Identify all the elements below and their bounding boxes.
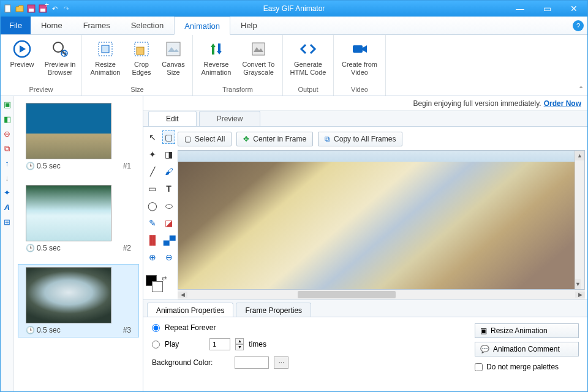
- insert-frame-icon[interactable]: ◧: [2, 115, 12, 124]
- convert-grayscale-button[interactable]: Convert To Grayscale: [238, 37, 279, 77]
- marquee-tool[interactable]: ▢: [162, 130, 175, 144]
- tab-frames[interactable]: Frames: [73, 17, 121, 34]
- file-menu[interactable]: File: [1, 17, 31, 34]
- help-icon[interactable]: ?: [573, 20, 584, 31]
- delete-frame-icon[interactable]: ⊖: [2, 129, 12, 139]
- new-file-icon[interactable]: [3, 4, 13, 13]
- resize-animation-prop-button[interactable]: ▣Resize Animation: [475, 323, 579, 338]
- resize-icon: ▣: [480, 326, 487, 335]
- color-swatch[interactable]: ⇄: [146, 275, 167, 296]
- properties-panel: Animation Properties Frame Properties Re…: [143, 300, 587, 391]
- redo-icon[interactable]: ↷: [61, 4, 71, 13]
- save-as-icon[interactable]: +: [38, 4, 48, 13]
- tab-animation[interactable]: Animation: [174, 17, 230, 35]
- select-all-button[interactable]: ▢Select All: [178, 132, 232, 146]
- minimize-button[interactable]: —: [507, 1, 533, 17]
- copy-icon: ⧉: [325, 135, 330, 143]
- close-button[interactable]: ✕: [560, 1, 587, 17]
- app-title: Easy GIF Animator: [1, 4, 587, 13]
- tab-selection[interactable]: Selection: [121, 17, 174, 34]
- tab-frame-props[interactable]: Frame Properties: [236, 303, 311, 317]
- copy-all-button[interactable]: ⧉Copy to All Frames: [318, 132, 402, 146]
- title-bar: + ↶ ↷ Easy GIF Animator — ▭ ✕: [1, 1, 587, 17]
- crop-edges-button[interactable]: Crop Edges: [127, 37, 156, 77]
- frame-thumb-3[interactable]: 🕒0.5 sec#3: [18, 264, 139, 337]
- flip-h-tool[interactable]: ▐▌: [146, 233, 159, 247]
- ribbon-collapse-icon[interactable]: ⌃: [578, 85, 584, 93]
- text-tool[interactable]: T: [162, 182, 175, 195]
- create-from-video-button[interactable]: Create from Video: [337, 37, 382, 77]
- resize-icon: [95, 39, 116, 59]
- duplicate-frame-icon[interactable]: ⧉: [2, 144, 12, 154]
- clock-icon: 🕒: [26, 162, 35, 170]
- text-icon[interactable]: A: [2, 203, 12, 213]
- editor-tab-edit[interactable]: Edit: [148, 111, 197, 126]
- frame-thumb-1[interactable]: 🕒0.5 sec#1: [18, 100, 139, 173]
- wand-tool[interactable]: ✦: [146, 148, 159, 161]
- brush-tool[interactable]: 🖌: [162, 165, 175, 178]
- tab-home[interactable]: Home: [31, 17, 73, 34]
- canvas[interactable]: ▲▼: [178, 150, 585, 290]
- eraser-tool[interactable]: ◪: [162, 216, 175, 230]
- grid-icon[interactable]: ⊞: [2, 217, 12, 227]
- bgcolor-label: Background Color:: [152, 358, 213, 367]
- spin-up-icon[interactable]: ▲: [235, 338, 244, 344]
- bgcolor-picker-button[interactable]: ...: [274, 356, 288, 369]
- browser-icon: [50, 39, 70, 59]
- canvas-image: [178, 151, 575, 289]
- clock-icon: 🕒: [26, 244, 35, 252]
- add-frame-icon[interactable]: ▣: [2, 100, 12, 110]
- video-icon: [349, 39, 370, 59]
- zoom-out-tool[interactable]: ⊖: [162, 251, 175, 264]
- thumb-image: [26, 103, 111, 159]
- comment-icon: 💬: [480, 345, 489, 353]
- ribbon: Preview Preview in Browser Preview Resiz…: [1, 35, 587, 96]
- spin-down-icon[interactable]: ▼: [235, 344, 244, 350]
- canvas-size-button[interactable]: Canvas Size: [158, 37, 189, 77]
- play-count-input[interactable]: [209, 338, 230, 350]
- rect-tool[interactable]: ▭: [146, 182, 159, 195]
- editor-tab-preview[interactable]: Preview: [199, 111, 261, 126]
- v-scrollbar[interactable]: ▲▼: [575, 151, 584, 289]
- resize-animation-button[interactable]: Resize Animation: [86, 37, 125, 77]
- move-down-icon[interactable]: ↓: [2, 173, 12, 183]
- frame-thumb-2[interactable]: 🕒0.5 sec#2: [18, 182, 139, 255]
- preview-button[interactable]: Preview: [4, 37, 40, 70]
- center-button[interactable]: ✥Center in Frame: [236, 132, 313, 146]
- swap-colors-icon[interactable]: ⇄: [162, 275, 167, 282]
- bgcolor-swatch[interactable]: [235, 356, 269, 369]
- open-folder-icon[interactable]: [15, 4, 24, 13]
- fill-tool[interactable]: ⬭: [162, 199, 175, 213]
- order-now-link[interactable]: Order Now: [544, 99, 581, 108]
- ellipse-tool[interactable]: ◯: [146, 199, 159, 213]
- gradient-tool[interactable]: ◨: [162, 148, 175, 161]
- pointer-tool[interactable]: ↖: [146, 130, 159, 144]
- svg-rect-16: [252, 43, 265, 55]
- tab-anim-props[interactable]: Animation Properties: [147, 303, 233, 317]
- flip-v-tool[interactable]: ▄▀: [163, 233, 176, 247]
- frames-panel: 🕒0.5 sec#1 🕒0.5 sec#2 🕒0.5 sec#3: [14, 96, 143, 391]
- generate-html-button[interactable]: Generate HTML Code: [287, 37, 330, 77]
- line-tool[interactable]: ╱: [146, 165, 159, 178]
- crop-icon: [131, 39, 152, 59]
- marquee-icon: ▢: [184, 135, 191, 143]
- save-icon[interactable]: [26, 4, 36, 13]
- maximize-button[interactable]: ▭: [533, 1, 560, 17]
- move-up-icon[interactable]: ↑: [2, 159, 12, 168]
- reverse-animation-button[interactable]: Reverse Animation: [197, 37, 236, 77]
- eyedropper-tool[interactable]: ✎: [146, 216, 159, 230]
- no-merge-checkbox[interactable]: Do not merge palettes: [475, 360, 579, 371]
- undo-icon[interactable]: ↶: [50, 4, 59, 13]
- zoom-in-tool[interactable]: ⊕: [146, 251, 159, 264]
- tab-help[interactable]: Help: [230, 17, 268, 34]
- promo-bar: Begin enjoying full version immediately.…: [143, 96, 587, 111]
- thumb-image: [26, 267, 111, 323]
- quick-access-toolbar: + ↶ ↷: [1, 4, 74, 13]
- preview-browser-button[interactable]: Preview in Browser: [42, 37, 78, 77]
- h-scrollbar[interactable]: ◀▶: [178, 290, 585, 300]
- clock-icon: 🕒: [26, 326, 35, 334]
- repeat-forever-radio[interactable]: Repeat Forever: [152, 323, 469, 332]
- animation-comment-button[interactable]: 💬Animation Comment: [475, 342, 579, 356]
- play-radio[interactable]: Play: [152, 340, 179, 349]
- effects-icon[interactable]: ✦: [2, 188, 12, 198]
